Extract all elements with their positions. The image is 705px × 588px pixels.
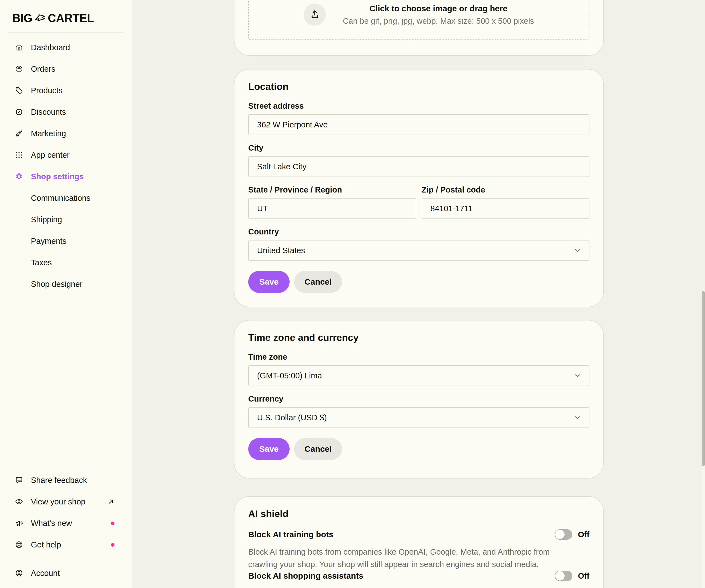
chevron-down-icon (573, 413, 582, 422)
sidebar-item-dashboard[interactable]: Dashboard (0, 37, 132, 58)
currency-label: Currency (248, 394, 590, 404)
street-address-input[interactable] (248, 114, 590, 135)
sidebar-divider-top (8, 32, 124, 33)
sidebar-nav: Dashboard Orders Products (0, 37, 132, 295)
sidebar-item-label: Products (31, 86, 62, 95)
country-label: Country (248, 227, 590, 237)
scrollbar-thumb[interactable] (702, 291, 705, 466)
tag-icon (15, 86, 23, 95)
timezone-selected-value: (GMT-05:00) Lima (257, 371, 322, 380)
sidebar-item-label: App center (31, 151, 69, 160)
rocket-icon (15, 129, 23, 138)
state-field: State / Province / Region (248, 185, 416, 219)
sidebar-item-discounts[interactable]: Discounts (0, 101, 132, 123)
sidebar-item-label: Marketing (31, 129, 66, 138)
sidebar-item-label: Account (31, 569, 60, 578)
image-upload-dropzone[interactable]: Click to choose image or drag here Can b… (248, 0, 590, 40)
zip-input[interactable] (422, 198, 590, 219)
feedback-icon (15, 476, 23, 484)
lifebuoy-icon (15, 541, 23, 549)
sidebar-item-label: Orders (31, 64, 55, 74)
sidebar-item-payments[interactable]: Payments (0, 230, 132, 252)
state-label: State / Province / Region (248, 185, 416, 195)
gear-icon (15, 173, 23, 181)
app-grid-icon (15, 151, 23, 159)
city-input[interactable] (248, 156, 590, 177)
sidebar-item-taxes[interactable]: Taxes (0, 252, 132, 273)
sidebar-item-label: Payments (31, 237, 66, 246)
big-cartel-logo[interactable]: BIG CARTEL (12, 12, 94, 25)
location-card: Location Street address City State / Pro… (234, 69, 604, 307)
upload-icon (310, 9, 320, 20)
sidebar-item-shipping[interactable]: Shipping (0, 209, 132, 230)
sidebar-item-label: Dashboard (31, 43, 70, 52)
sidebar-item-label: What's new (31, 519, 72, 528)
location-cancel-button[interactable]: Cancel (294, 271, 342, 293)
logo-text-cartel: CARTEL (48, 12, 94, 25)
block-ai-shopping-assistants-row: Block AI shopping assistants Off (248, 571, 590, 581)
upload-subtitle: Can be gif, png, jpg, webp. Max size: 50… (343, 16, 534, 26)
timezone-select[interactable]: (GMT-05:00) Lima (248, 365, 590, 386)
location-save-button[interactable]: Save (248, 271, 290, 293)
block-ai-training-bots-toggle[interactable] (555, 529, 572, 540)
upload-icon-circle (304, 4, 326, 26)
shop-settings-page: BIG CARTEL Dashboard Orders (0, 0, 705, 588)
sidebar-item-get-help[interactable]: Get help (0, 534, 132, 555)
megaphone-icon (15, 519, 23, 527)
currency-select[interactable]: U.S. Dollar (USD $) (248, 407, 590, 428)
sidebar-item-share-feedback[interactable]: Share feedback (0, 470, 132, 491)
sidebar-item-whats-new[interactable]: What's new (0, 512, 132, 534)
state-input[interactable] (248, 198, 416, 219)
eye-icon (15, 497, 23, 506)
timezone-card-title: Time zone and currency (248, 332, 590, 343)
chevron-down-icon (573, 246, 582, 254)
block-ai-training-bots-row: Block AI training bots Off (248, 529, 590, 540)
sidebar-item-products[interactable]: Products (0, 80, 132, 101)
sidebar-item-shop-settings[interactable]: Shop settings (0, 166, 132, 187)
sidebar-item-app-center[interactable]: App center (0, 144, 132, 166)
currency-selected-value: U.S. Dollar (USD $) (257, 413, 327, 422)
sidebar-item-marketing[interactable]: Marketing (0, 123, 132, 144)
upload-texts: Click to choose image or drag here Can b… (343, 4, 534, 26)
sidebar-item-view-your-shop[interactable]: View your shop (0, 491, 132, 512)
helmet-icon (34, 14, 46, 23)
block-ai-training-bots-description: Block AI training bots from companies li… (248, 546, 576, 571)
block-ai-training-bots-label: Block AI training bots (248, 530, 333, 539)
shop-image-card: Click to choose image or drag here Can b… (234, 0, 604, 56)
street-address-label: Street address (248, 101, 590, 111)
sidebar-item-label: View your shop (31, 497, 86, 506)
sidebar-item-label: Get help (31, 540, 61, 549)
sidebar-item-label: Shop designer (31, 280, 83, 289)
zip-label: Zip / Postal code (422, 185, 590, 195)
block-ai-shopping-assistants-toggle[interactable] (555, 571, 572, 581)
location-card-title: Location (248, 81, 590, 92)
sidebar-item-account[interactable]: Account (0, 562, 132, 584)
timezone-save-button[interactable]: Save (248, 438, 290, 460)
chevron-down-icon (573, 372, 582, 380)
block-ai-shopping-assistants-label: Block AI shopping assistants (248, 571, 363, 581)
discount-icon (15, 108, 23, 116)
city-label: City (248, 143, 590, 153)
home-icon (15, 43, 23, 52)
sidebar-divider-bottom (8, 559, 124, 559)
ai-shield-card: AI shield Block AI training bots Off Blo… (234, 496, 604, 588)
zip-field: Zip / Postal code (422, 185, 590, 219)
timezone-label: Time zone (248, 352, 590, 362)
account-icon (15, 569, 23, 577)
timezone-currency-card: Time zone and currency Time zone (GMT-05… (234, 320, 604, 479)
sidebar-footer: Share feedback View your shop What's new (0, 470, 132, 584)
sidebar-item-label: Taxes (31, 258, 52, 267)
country-select[interactable]: United States (248, 240, 590, 261)
sidebar-item-shop-designer[interactable]: Shop designer (0, 273, 132, 295)
sidebar-item-label: Discounts (31, 107, 66, 117)
sidebar-item-label: Shipping (31, 215, 62, 224)
toggle-knob (555, 571, 565, 581)
sidebar-item-label: Share feedback (31, 476, 87, 485)
sidebar-item-orders[interactable]: Orders (0, 58, 132, 80)
external-link-icon (107, 498, 114, 505)
sidebar-item-communications[interactable]: Communications (0, 187, 132, 209)
notification-dot (111, 543, 114, 547)
country-selected-value: United States (257, 246, 305, 255)
sidebar-item-label: Communications (31, 194, 90, 203)
timezone-cancel-button[interactable]: Cancel (294, 438, 342, 460)
